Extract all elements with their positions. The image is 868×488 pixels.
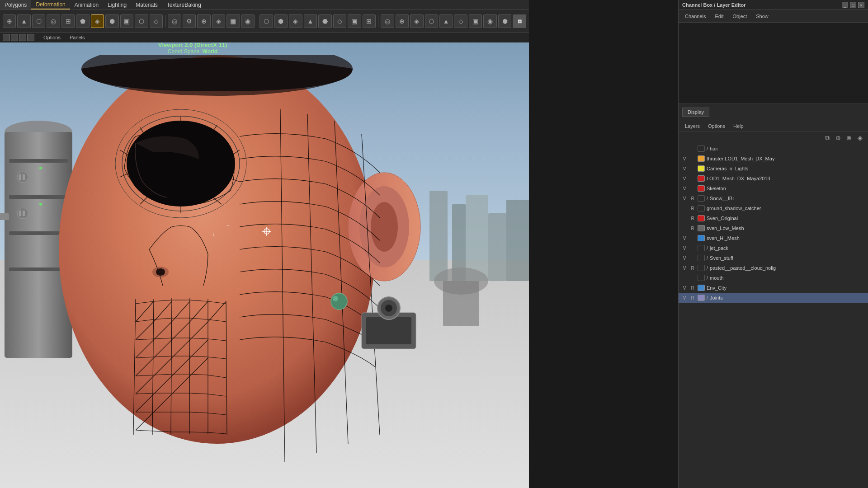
svg-text:↓: ↓ bbox=[212, 232, 215, 237]
tool-tri2[interactable]: ▲ bbox=[439, 14, 453, 28]
tool-diamond2[interactable]: ◈ bbox=[289, 14, 302, 28]
menu-deformation[interactable]: Deformation bbox=[31, 0, 70, 9]
tool-target2[interactable]: ◈ bbox=[410, 14, 423, 28]
vp-panels[interactable]: Panels bbox=[66, 34, 89, 41]
menu-animation[interactable]: Animation bbox=[70, 0, 103, 9]
tool-checker[interactable]: ▦ bbox=[513, 14, 526, 28]
menu-texturebaking[interactable]: TextureBaking bbox=[162, 0, 206, 9]
layer-row-11[interactable]: V/Sven_stuff bbox=[679, 253, 868, 263]
tool-dot-circle[interactable]: ◉ bbox=[241, 14, 255, 28]
vp-icon-3[interactable] bbox=[19, 34, 26, 41]
layer-row-10[interactable]: V/jet_pack bbox=[679, 243, 868, 253]
close-btn[interactable]: × bbox=[858, 2, 864, 8]
vp-icon-2[interactable] bbox=[11, 34, 18, 41]
layer-row-6[interactable]: Rground_shadow_catcher bbox=[679, 203, 868, 213]
viewport-label: Viewport 2.0 (DirectX 11) bbox=[158, 42, 227, 48]
layer-name-1: thruster:LOD1_Mesh_DX_May bbox=[707, 156, 865, 161]
tool-hex4[interactable]: ⬣ bbox=[318, 14, 331, 28]
tool-cube-active active[interactable]: ◈ bbox=[91, 14, 104, 28]
layer-slash-12: / bbox=[707, 265, 708, 271]
tool-target[interactable]: ◈ bbox=[212, 14, 225, 28]
display-button[interactable]: Display bbox=[682, 108, 709, 117]
tool-diamond[interactable]: ◇ bbox=[150, 14, 163, 28]
layer-tab-layers[interactable]: Layers bbox=[682, 122, 703, 130]
svg-rect-79 bbox=[506, 200, 529, 281]
layer-icon-2[interactable]: ⊕ bbox=[834, 133, 843, 142]
layer-color-0 bbox=[698, 145, 705, 152]
tab-channels[interactable]: Channels bbox=[681, 13, 709, 20]
tool-move[interactable]: ▲ bbox=[17, 14, 30, 28]
layer-row-7[interactable]: RSven_Original bbox=[679, 213, 868, 223]
menu-polygons[interactable]: Polygons bbox=[0, 0, 31, 9]
layer-row-14[interactable]: VREnv_City bbox=[679, 283, 868, 293]
layer-name-4: Skeleton bbox=[707, 186, 865, 191]
tool-hex5[interactable]: ⬡ bbox=[425, 14, 438, 28]
menu-lighting[interactable]: Lighting bbox=[103, 0, 131, 9]
viewport[interactable]: ← ↓ bbox=[0, 33, 529, 488]
tool-scale[interactable]: ◎ bbox=[47, 14, 60, 28]
separator-1 bbox=[165, 15, 165, 27]
tool-hex2[interactable]: ⬡ bbox=[259, 14, 273, 28]
tool-plus[interactable]: ⊕ bbox=[396, 14, 409, 28]
tool-circle2[interactable]: ◎ bbox=[381, 14, 394, 28]
tool-sphere[interactable]: ⬢ bbox=[105, 14, 118, 28]
layer-v-10: V bbox=[681, 246, 688, 251]
layer-icon-1[interactable]: ⧉ bbox=[823, 133, 832, 142]
layer-row-2[interactable]: VCameras_n_Lights bbox=[679, 164, 868, 174]
tool-box2[interactable]: ⊞ bbox=[363, 14, 376, 28]
menu-materials[interactable]: Materials bbox=[131, 0, 162, 9]
tool-hex3[interactable]: ⬢ bbox=[274, 14, 288, 28]
tool-grid[interactable]: ⊞ bbox=[61, 14, 75, 28]
layer-row-15[interactable]: VR/Joints bbox=[679, 293, 868, 303]
tab-show[interactable]: Show bbox=[752, 13, 772, 20]
tool-ring[interactable]: ◉ bbox=[483, 14, 496, 28]
tool-tri[interactable]: ▲ bbox=[304, 14, 317, 28]
tool-rotate[interactable]: ⬡ bbox=[32, 14, 45, 28]
svg-text:←: ← bbox=[226, 223, 231, 228]
layer-tab-options[interactable]: Options bbox=[705, 122, 728, 130]
tool-select[interactable]: ⊕ bbox=[3, 14, 16, 28]
tool-gear[interactable]: ⚙ bbox=[183, 14, 196, 28]
tool-grid4[interactable]: ▣ bbox=[469, 14, 482, 28]
vp-options[interactable]: Options bbox=[40, 34, 64, 41]
layer-r-7: R bbox=[689, 216, 696, 221]
tool-add[interactable]: ⊕ bbox=[197, 14, 210, 28]
maximize-btn[interactable]: □ bbox=[850, 2, 856, 8]
tab-edit[interactable]: Edit bbox=[711, 13, 727, 20]
layer-v-4: V bbox=[681, 186, 688, 191]
minimize-btn[interactable]: _ bbox=[842, 2, 848, 8]
vp-icon-1[interactable] bbox=[3, 34, 10, 41]
tool-poly[interactable]: ⬟ bbox=[76, 14, 89, 28]
layer-v-15: V bbox=[681, 296, 688, 300]
layer-name-9: sven_Hi_Mesh bbox=[707, 235, 865, 241]
layer-row-13[interactable]: /mouth bbox=[679, 273, 868, 283]
layer-row-3[interactable]: VLOD1_Mesh_DX_Maya2013 bbox=[679, 174, 868, 183]
layer-icon-4[interactable]: ◈ bbox=[855, 133, 864, 142]
tool-diamond3[interactable]: ◇ bbox=[454, 14, 467, 28]
tool-circle[interactable]: ◎ bbox=[168, 14, 181, 28]
layer-row-12[interactable]: VR/pasted__pasted__cloud_nolig bbox=[679, 263, 868, 273]
tool-grid3[interactable]: ▣ bbox=[348, 14, 361, 28]
vp-icon-4[interactable] bbox=[27, 34, 34, 41]
layer-row-9[interactable]: Vsven_Hi_Mesh bbox=[679, 233, 868, 243]
layer-row-0[interactable]: /hair bbox=[679, 144, 868, 154]
layer-icon-3[interactable]: ⊗ bbox=[844, 133, 854, 142]
svg-point-12 bbox=[39, 167, 42, 169]
svg-rect-9 bbox=[23, 174, 25, 180]
layer-row-1[interactable]: Vthruster:LOD1_Mesh_DX_May bbox=[679, 154, 868, 164]
tool-box[interactable]: ▣ bbox=[120, 14, 133, 28]
tool-arrow[interactable]: ◇ bbox=[333, 14, 346, 28]
layer-color-5 bbox=[698, 195, 705, 202]
layer-name-14: Env_City bbox=[707, 285, 865, 291]
layer-row-5[interactable]: VR/Snow__IBL bbox=[679, 193, 868, 203]
layer-v-3: V bbox=[681, 176, 688, 181]
layer-row-4[interactable]: VSkeleton bbox=[679, 183, 868, 193]
tool-hex6[interactable]: ⬢ bbox=[498, 14, 511, 28]
layer-name-3: LOD1_Mesh_DX_Maya2013 bbox=[707, 176, 865, 181]
tab-object[interactable]: Object bbox=[729, 13, 750, 20]
layer-r-8: R bbox=[689, 226, 696, 231]
layer-row-8[interactable]: Rsven_Low_Mesh bbox=[679, 223, 868, 233]
tool-grid2[interactable]: ▦ bbox=[226, 14, 240, 28]
tool-hex[interactable]: ⬡ bbox=[135, 14, 148, 28]
layer-tab-help[interactable]: Help bbox=[731, 122, 746, 130]
